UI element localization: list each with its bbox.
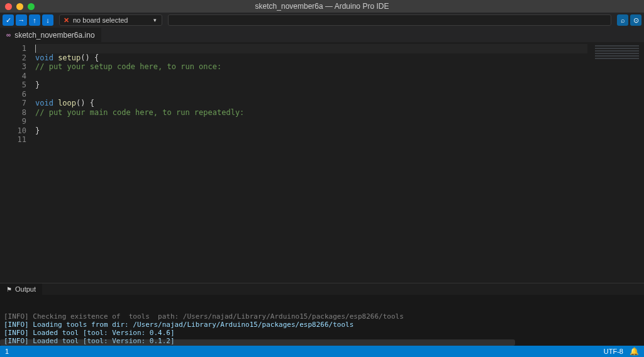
code-line[interactable]: [35, 72, 644, 81]
titlebar: sketch_november6a — Arduino Pro IDE: [0, 0, 644, 13]
line-number: 4: [0, 72, 26, 81]
board-selector[interactable]: ✕ no board selected ▾: [59, 14, 162, 26]
code-line[interactable]: [35, 90, 644, 99]
tab-filename: sketch_november6a.ino: [14, 31, 94, 40]
search-icon-button[interactable]: ⌕: [617, 14, 628, 26]
open-sketch-button[interactable]: ↑: [29, 14, 40, 26]
code-area[interactable]: void setup() {// put your setup code her…: [35, 43, 644, 283]
tab-sketch[interactable]: ∞ sketch_november6a.ino: [0, 28, 102, 42]
bell-icon[interactable]: 🔔: [630, 347, 639, 356]
upload-button[interactable]: →: [16, 14, 27, 26]
output-tab-label: Output: [15, 285, 36, 293]
code-line[interactable]: [35, 117, 644, 126]
code-line[interactable]: }: [35, 126, 644, 136]
verify-button[interactable]: ✓: [3, 14, 14, 26]
line-number: 1: [0, 44, 26, 53]
code-line[interactable]: void loop() {: [35, 99, 644, 108]
minimap[interactable]: [587, 43, 644, 283]
maximize-window-button[interactable]: [28, 3, 35, 10]
minimize-window-button[interactable]: [16, 3, 23, 10]
line-number: 11: [0, 135, 26, 145]
chevron-down-icon: ▾: [153, 17, 157, 23]
line-number: 9: [0, 117, 26, 126]
serial-monitor-button[interactable]: ⊙: [630, 14, 641, 26]
editor-tabs: ∞ sketch_november6a.ino: [0, 28, 644, 43]
output-scrollbar[interactable]: [0, 339, 515, 346]
board-selector-label: no board selected: [73, 16, 128, 24]
code-line[interactable]: [35, 44, 644, 53]
line-number-gutter: 1234567891011: [0, 43, 35, 283]
output-line: [INFO] Checking existence of tools path:…: [4, 312, 640, 321]
board-warning-icon: ✕: [64, 16, 69, 25]
output-tab[interactable]: ⚑ Output: [0, 283, 43, 295]
search-input[interactable]: [168, 14, 611, 26]
status-bar: 1 UTF-8 🔔: [0, 346, 644, 357]
line-number: 8: [0, 108, 26, 118]
code-line[interactable]: // put your setup code here, to run once…: [35, 62, 644, 72]
save-sketch-button[interactable]: ↓: [42, 14, 53, 26]
toolbar: ✓ → ↑ ↓ ✕ no board selected ▾ ⌕ ⊙: [0, 13, 644, 28]
code-editor[interactable]: 1234567891011 void setup() {// put your …: [0, 43, 644, 283]
output-panel: ⚑ Output [INFO] Checking existence of to…: [0, 283, 644, 346]
line-number: 10: [0, 126, 26, 136]
output-line: [INFO] Loading tools from dir: /Users/na…: [4, 321, 640, 329]
line-number: 3: [0, 62, 26, 72]
code-line[interactable]: [35, 135, 644, 145]
code-line[interactable]: // put your main code here, to run repea…: [35, 108, 644, 118]
sketch-file-icon: ∞: [6, 31, 11, 38]
line-number: 5: [0, 80, 26, 90]
output-tabs: ⚑ Output: [0, 283, 644, 295]
code-line[interactable]: }: [35, 80, 644, 90]
close-window-button[interactable]: [5, 3, 12, 10]
line-number: 6: [0, 90, 26, 99]
flag-icon: ⚑: [6, 286, 12, 293]
line-number: 7: [0, 99, 26, 108]
line-number: 2: [0, 53, 26, 63]
code-line[interactable]: void setup() {: [35, 53, 644, 63]
status-encoding[interactable]: UTF-8: [604, 348, 623, 355]
text-cursor: [35, 45, 36, 53]
output-line: [INFO] Loaded tool [tool: Version: 0.4.6…: [4, 329, 640, 337]
window-controls: [0, 3, 35, 10]
window-title: sketch_november6a — Arduino Pro IDE: [0, 2, 644, 11]
status-line-indicator[interactable]: 1: [5, 348, 9, 355]
output-body[interactable]: [INFO] Checking existence of tools path:…: [0, 295, 644, 346]
